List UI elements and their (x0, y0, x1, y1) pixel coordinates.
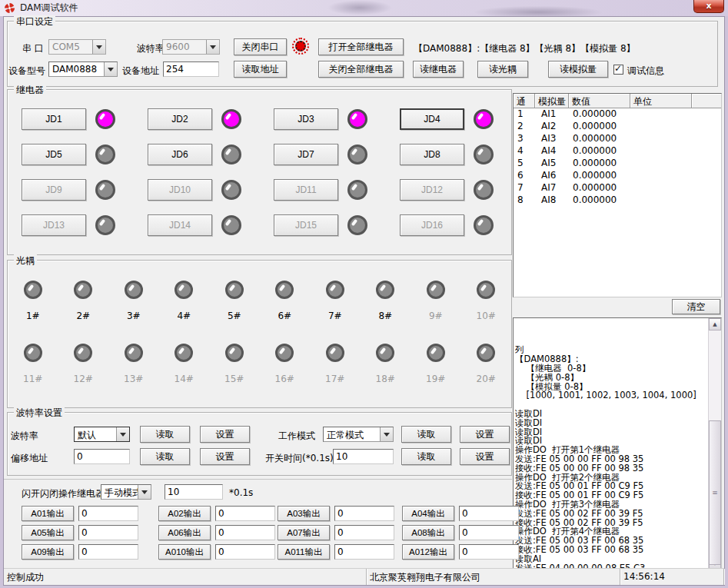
output-button[interactable]: A04输出 (402, 506, 454, 521)
baud-select[interactable]: 9600 (162, 39, 220, 55)
relay-button[interactable]: JD7 (274, 144, 338, 165)
chevron-down-icon[interactable] (92, 40, 105, 54)
relay-button[interactable]: JD10 (148, 179, 212, 201)
close-all-relays-button[interactable]: 关闭全部继电器 (318, 61, 404, 78)
table-row[interactable]: 2 AI2 0.000000 (514, 121, 721, 133)
opto-channel-label: 11# (23, 374, 42, 384)
offset-read-button[interactable]: 读取 (140, 448, 190, 465)
offset-set-button[interactable]: 设置 (200, 448, 250, 465)
debug-info-checkbox[interactable] (613, 65, 623, 75)
relay-button[interactable]: JD16 (400, 214, 464, 236)
opto-channel-label: 8# (378, 311, 392, 321)
output-value-input[interactable] (78, 506, 138, 521)
close-port-button[interactable]: 关闭串口 (234, 38, 287, 55)
col-header-analog[interactable]: 模拟量 (535, 94, 569, 108)
read-address-button[interactable]: 读取地址 (234, 61, 287, 78)
output-button[interactable]: A08输出 (402, 525, 454, 540)
scrollbar-track[interactable]: ≡ (709, 331, 721, 557)
baud-setting-value: 默认 (75, 427, 116, 441)
col-header-channel[interactable]: 通 (514, 94, 535, 108)
output-value-input[interactable] (334, 506, 394, 521)
output-value-input[interactable] (459, 506, 519, 521)
flash-mode-select[interactable]: 手动模式 (101, 484, 151, 500)
baud-setting-select[interactable]: 默认 (74, 427, 130, 442)
relay-button[interactable]: JD12 (400, 179, 464, 201)
output-button[interactable]: A012输出 (402, 544, 454, 560)
output-button[interactable]: A010输出 (158, 544, 211, 560)
output-value-input[interactable] (459, 544, 519, 560)
output-value-input[interactable] (215, 506, 275, 521)
output-value-input[interactable] (215, 544, 275, 560)
output-value-input[interactable] (334, 525, 394, 540)
log-text[interactable]: 列【DAM0888】: 【继电器 0-8】 【光耦 0-8】 【模拟量 0-8】… (514, 318, 708, 570)
chevron-down-icon[interactable] (116, 427, 129, 441)
read-opto-button[interactable]: 读光耦 (477, 61, 528, 78)
relay-button[interactable]: JD13 (22, 214, 86, 236)
table-row[interactable]: 4 AI4 0.000000 (514, 145, 721, 158)
read-relay-button[interactable]: 读继电器 (413, 61, 464, 78)
scroll-up-icon[interactable]: ▲ (709, 318, 721, 331)
output-button[interactable]: A011输出 (278, 544, 330, 560)
mode-set-button[interactable]: 设置 (460, 426, 510, 443)
chevron-down-icon[interactable] (104, 62, 117, 76)
offset-address-input[interactable] (74, 449, 130, 464)
model-value: DAM0888 (49, 62, 104, 76)
table-row[interactable]: 1 AI1 0.000000 (514, 108, 721, 121)
log-scrollbar[interactable]: ▲ ≡ ▼ (708, 318, 721, 570)
flash-time-input[interactable] (165, 484, 223, 500)
relay-button[interactable]: JD4 (400, 108, 464, 130)
relay-button[interactable]: JD8 (400, 144, 464, 165)
device-address-input[interactable] (163, 61, 219, 77)
mode-read-button[interactable]: 读取 (401, 426, 451, 443)
output-value-input[interactable] (78, 525, 138, 540)
output-button[interactable]: A07输出 (278, 525, 330, 540)
output-button[interactable]: A01输出 (22, 506, 74, 521)
relay-button[interactable]: JD5 (22, 144, 86, 165)
port-select[interactable]: COM5 (48, 39, 106, 55)
close-button[interactable]: x (693, 0, 724, 13)
chevron-down-icon[interactable] (206, 40, 219, 54)
work-mode-select[interactable]: 正常模式 (323, 427, 394, 442)
port-value: COM5 (49, 40, 92, 54)
output-button[interactable]: A05输出 (22, 525, 74, 540)
output-button[interactable]: A03输出 (278, 506, 330, 521)
relay-cell: JD13 (8, 214, 134, 236)
relay-button[interactable]: JD3 (274, 108, 338, 130)
scrollbar-thumb[interactable]: ≡ (709, 420, 721, 565)
opto-channel: 16# (260, 344, 311, 407)
output-value-input[interactable] (78, 544, 138, 560)
col-header-unit[interactable]: 单位 (630, 94, 692, 108)
relay-button[interactable]: JD1 (22, 108, 86, 130)
table-row[interactable]: 8 AI8 0.000000 (514, 194, 721, 207)
clear-log-button[interactable]: 清空 (672, 299, 720, 314)
baud-read-button[interactable]: 读取 (140, 426, 190, 443)
model-select[interactable]: DAM0888 (48, 61, 118, 77)
chevron-down-icon[interactable] (380, 427, 393, 441)
relay-button[interactable]: JD6 (148, 144, 212, 165)
relay-button[interactable]: JD15 (274, 214, 338, 236)
output-button[interactable]: A02输出 (158, 506, 211, 521)
switch-time-input[interactable] (333, 449, 394, 464)
read-analog-button[interactable]: 读模拟量 (548, 61, 608, 78)
output-value-input[interactable] (334, 544, 394, 560)
relay-button[interactable]: JD2 (148, 108, 212, 130)
output-button[interactable]: A09输出 (22, 544, 74, 560)
relay-button[interactable]: JD9 (22, 179, 86, 201)
cell-channel: 3 (514, 133, 535, 145)
output-value-input[interactable] (459, 525, 519, 540)
output-value-input[interactable] (215, 525, 275, 540)
table-row[interactable]: 6 AI6 0.000000 (514, 170, 721, 182)
table-row[interactable]: 5 AI5 0.000000 (514, 158, 721, 170)
chevron-down-icon[interactable] (138, 485, 151, 499)
table-row[interactable]: 7 AI7 0.000000 (514, 182, 721, 194)
table-row[interactable]: 3 AI3 0.000000 (514, 133, 721, 145)
relay-button[interactable]: JD14 (148, 214, 212, 236)
output-cell: A03输出 (278, 506, 402, 521)
baud-set-button[interactable]: 设置 (200, 426, 250, 443)
output-button[interactable]: A06输出 (158, 525, 211, 540)
switch-time-read-button[interactable]: 读取 (401, 448, 451, 465)
col-header-value[interactable]: 数值 (569, 94, 630, 108)
switch-time-set-button[interactable]: 设置 (460, 448, 510, 465)
open-all-relays-button[interactable]: 打开全部继电器 (318, 38, 404, 55)
relay-button[interactable]: JD11 (274, 179, 338, 201)
